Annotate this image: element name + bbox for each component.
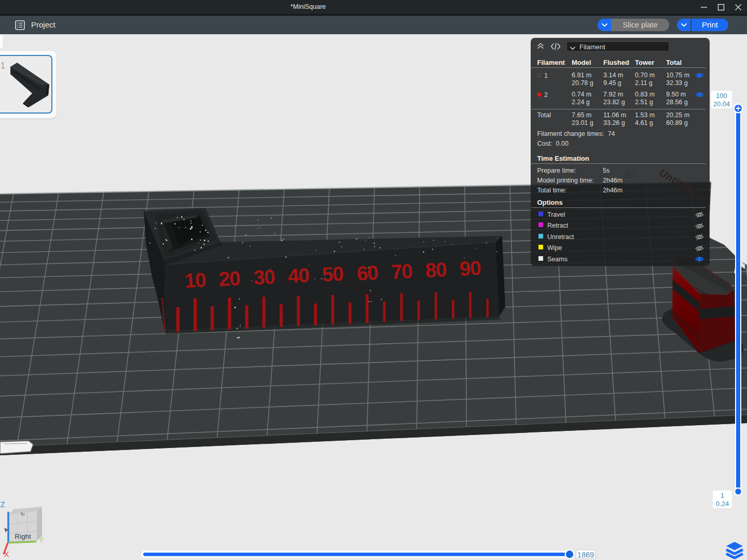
svg-text:X: X bbox=[4, 550, 9, 558]
svg-text:Z: Z bbox=[1, 500, 5, 509]
svg-text:50: 50 bbox=[322, 262, 344, 286]
svg-text:20: 20 bbox=[218, 267, 241, 290]
svg-text:1: 1 bbox=[1, 61, 5, 70]
svg-text:Right: Right bbox=[15, 533, 31, 540]
svg-text:60: 60 bbox=[356, 261, 379, 285]
svg-text:70: 70 bbox=[391, 260, 413, 283]
svg-text:30: 30 bbox=[253, 265, 275, 289]
svg-text:90: 90 bbox=[459, 257, 481, 280]
svg-text:10: 10 bbox=[184, 269, 206, 292]
svg-text:40: 40 bbox=[287, 264, 310, 287]
svg-text:80: 80 bbox=[425, 258, 447, 282]
svg-text:Y: Y bbox=[39, 536, 44, 544]
